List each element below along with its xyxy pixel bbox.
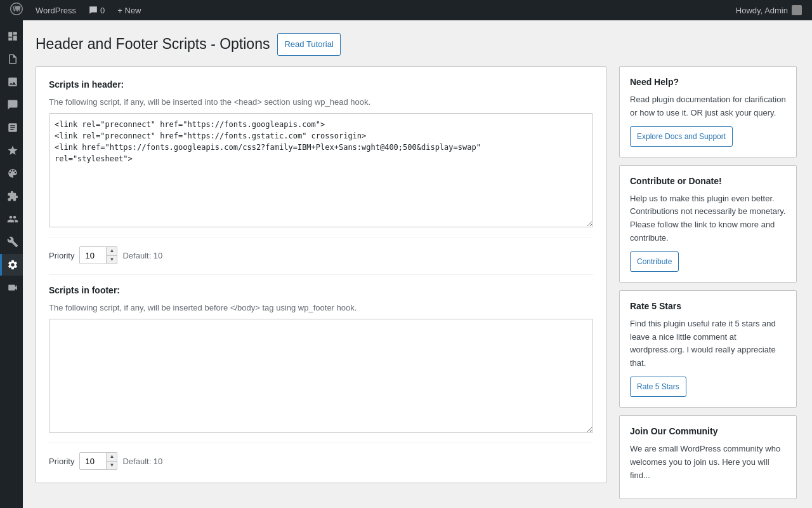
rate-stars-title: Rate 5 Stars — [630, 301, 786, 311]
community-text: We are small WordPress community who wel… — [630, 443, 786, 482]
adminbar-comments[interactable]: 0 — [84, 0, 110, 20]
adminbar-new[interactable]: + New — [112, 0, 146, 20]
sidebar-item-media[interactable] — [0, 71, 23, 93]
sidebar-item-tools[interactable] — [0, 231, 23, 253]
contribute-box: Contribute or Donate! Help us to make th… — [619, 165, 797, 283]
wp-logo[interactable]: W — [5, 3, 28, 18]
sidebar-item-feedback[interactable] — [0, 140, 23, 161]
rate-stars-text: Find this plugin useful rate it 5 stars … — [630, 318, 786, 370]
footer-priority-input-wrap: ▲ ▼ — [79, 452, 117, 470]
rate-stars-box: Rate 5 Stars Find this plugin useful rat… — [619, 290, 797, 408]
footer-priority-label: Priority — [49, 457, 74, 466]
footer-priority-spinner: ▲ ▼ — [106, 452, 117, 470]
admin-bar: W WordPress 0 + New Howdy, Admin — [0, 0, 812, 20]
rate-stars-button[interactable]: Rate 5 Stars — [630, 377, 686, 397]
main-column: Scripts in header: The following script,… — [36, 66, 606, 483]
header-scripts-description: The following script, if any, will be in… — [49, 97, 593, 107]
svg-text:W: W — [13, 5, 20, 13]
footer-scripts-description: The following script, if any, will be in… — [49, 303, 593, 312]
contribute-text: Help us to make this plugin even better.… — [630, 192, 786, 245]
footer-scripts-title: Scripts in footer: — [49, 285, 593, 295]
adminbar-wordpress[interactable]: WordPress — [30, 0, 81, 20]
header-priority-up[interactable]: ▲ — [106, 246, 117, 255]
footer-priority-down[interactable]: ▼ — [106, 461, 117, 471]
page-title: Header and Footer Scripts - Options — [36, 35, 270, 54]
header-priority-row: Priority ▲ ▼ Default: 10 — [49, 237, 593, 264]
adminbar-user[interactable]: Howdy, Admin — [731, 5, 807, 15]
sidebar-item-posts[interactable] — [0, 48, 23, 70]
header-priority-spinner: ▲ ▼ — [106, 246, 117, 264]
footer-priority-row: Priority ▲ ▼ Default: 10 — [49, 443, 593, 470]
sidebar-item-users[interactable] — [0, 208, 23, 230]
header-priority-down[interactable]: ▼ — [106, 255, 117, 265]
avatar — [792, 5, 802, 15]
sidebar-item-dashboard[interactable] — [0, 25, 23, 47]
need-help-box: Need Help? Read plugin documentation for… — [619, 66, 797, 157]
admin-sidebar — [0, 20, 23, 508]
footer-priority-up[interactable]: ▲ — [106, 452, 117, 461]
sidebar-item-appearance[interactable] — [0, 163, 23, 184]
need-help-title: Need Help? — [630, 77, 786, 87]
scripts-panel: Scripts in header: The following script,… — [36, 66, 606, 483]
contribute-button[interactable]: Contribute — [630, 251, 679, 272]
section-divider — [49, 274, 593, 275]
footer-priority-default: Default: 10 — [122, 457, 162, 466]
side-column: Need Help? Read plugin documentation for… — [619, 66, 797, 499]
main-content: Header and Footer Scripts - Options Read… — [23, 20, 812, 508]
read-tutorial-button[interactable]: Read Tutorial — [277, 33, 340, 56]
community-box: Join Our Community We are small WordPres… — [619, 415, 797, 499]
sidebar-item-comments[interactable] — [0, 94, 23, 116]
sidebar-item-pages[interactable] — [0, 117, 23, 138]
sidebar-item-settings[interactable] — [0, 254, 23, 276]
sidebar-item-plugins[interactable] — [0, 185, 23, 207]
header-priority-default: Default: 10 — [122, 251, 162, 260]
contribute-title: Contribute or Donate! — [630, 176, 786, 186]
page-title-area: Header and Footer Scripts - Options Read… — [36, 33, 797, 56]
community-title: Join Our Community — [630, 426, 786, 436]
need-help-text: Read plugin documentation for clarificat… — [630, 93, 786, 120]
header-scripts-textarea[interactable]: <link rel="preconnect" href="https://fon… — [49, 113, 593, 227]
header-scripts-title: Scripts in header: — [49, 79, 593, 90]
explore-docs-button[interactable]: Explore Docs and Support — [630, 126, 733, 147]
sidebar-item-video[interactable] — [0, 277, 23, 298]
header-priority-input-wrap: ▲ ▼ — [79, 246, 117, 264]
header-priority-label: Priority — [49, 251, 74, 260]
footer-scripts-textarea[interactable] — [49, 319, 593, 433]
